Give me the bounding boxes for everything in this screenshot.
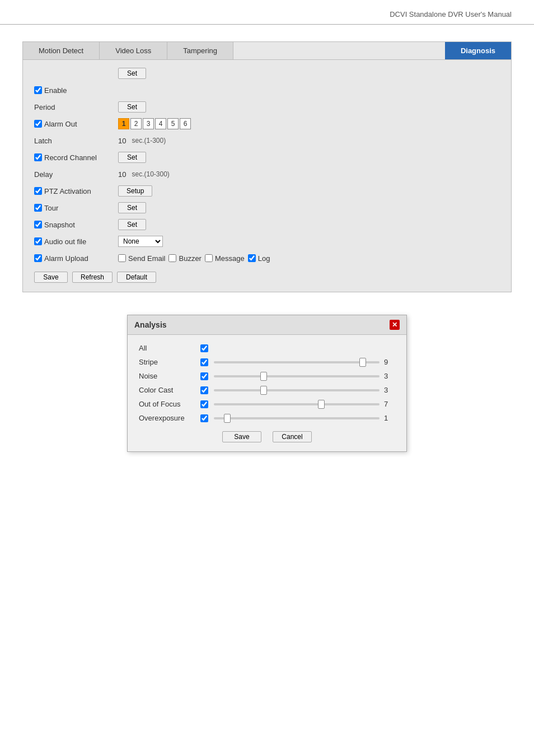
noise-checkbox[interactable] (200, 372, 208, 380)
enable-checkbox-label[interactable]: Enable (34, 86, 67, 95)
tab-bar: Motion Detect Video Loss Tampering Diagn… (23, 42, 511, 60)
noise-value: 3 (384, 372, 395, 380)
snapshot-label-col: Snapshot (34, 221, 118, 229)
snapshot-row: Snapshot Set (34, 218, 500, 231)
alarm-box-2[interactable]: 2 (130, 118, 142, 129)
dialog-title: Analysis (134, 320, 167, 329)
all-checkbox[interactable] (200, 344, 208, 352)
buzzer-checkbox[interactable] (168, 254, 176, 262)
stripe-slider-thumb[interactable] (359, 358, 366, 367)
ptz-checkbox[interactable] (34, 187, 42, 195)
noise-row: Noise 3 (139, 372, 395, 380)
stripe-checkbox[interactable] (200, 358, 208, 366)
enable-checkbox[interactable] (34, 86, 42, 94)
delay-label-col: Delay (34, 170, 118, 179)
noise-label: Noise (139, 372, 195, 380)
alarm-box-3[interactable]: 3 (143, 118, 154, 129)
noise-slider-thumb[interactable] (260, 372, 267, 381)
alarm-box-4[interactable]: 4 (155, 118, 166, 129)
message-checkbox[interactable] (205, 254, 213, 262)
send-email-label[interactable]: Send Email (118, 254, 165, 263)
tour-label-col: Tour (34, 204, 118, 212)
color-cast-value: 3 (384, 386, 395, 394)
tour-checkbox-label[interactable]: Tour (34, 204, 58, 212)
tab-diagnosis[interactable]: Diagnosis (445, 42, 511, 59)
overexposure-slider-thumb[interactable] (224, 414, 231, 423)
overexposure-slider-track (214, 417, 380, 419)
default-button[interactable]: Default (117, 272, 156, 283)
tour-checkbox[interactable] (34, 204, 42, 212)
audio-out-label-col: Audio out file (34, 237, 118, 246)
out-of-focus-slider-container: 7 (214, 400, 395, 408)
page-header: DCVI Standalone DVR User's Manual (0, 0, 534, 25)
color-cast-slider-thumb[interactable] (260, 386, 267, 395)
message-label[interactable]: Message (205, 254, 245, 263)
latch-row: Latch 10 sec.(1-300) (34, 134, 500, 147)
tab-tampering[interactable]: Tampering (167, 42, 233, 59)
refresh-button[interactable]: Refresh (72, 272, 113, 283)
page-title: DCVI Standalone DVR User's Manual (390, 10, 512, 18)
alarm-out-checkbox[interactable] (34, 120, 42, 128)
alarm-upload-checkbox-label[interactable]: Alarm Upload (34, 254, 88, 263)
color-cast-row: Color Cast 3 (139, 386, 395, 394)
snapshot-checkbox-label[interactable]: Snapshot (34, 221, 75, 229)
set-snapshot-button[interactable]: Set (118, 219, 146, 230)
dialog-title-bar: Analysis ✕ (128, 315, 406, 335)
delay-label: Delay (34, 170, 53, 179)
ptz-checkbox-label[interactable]: PTZ Activation (34, 187, 91, 195)
tour-row: Tour Set (34, 201, 500, 214)
overexposure-checkbox[interactable] (200, 414, 208, 422)
enable-label-col: Enable (34, 86, 118, 95)
all-label: All (139, 344, 195, 352)
color-cast-slider-track (214, 389, 380, 391)
set-period-button[interactable]: Set (118, 101, 146, 113)
tour-control-col: Set (118, 202, 146, 213)
color-cast-checkbox[interactable] (200, 386, 208, 394)
delay-unit: sec.(10-300) (132, 170, 169, 178)
record-channel-control-col: Set (118, 152, 146, 163)
alarm-out-label-col: Alarm Out (34, 120, 118, 128)
stripe-row: Stripe 9 (139, 358, 395, 366)
save-button[interactable]: Save (34, 272, 68, 283)
tab-video-loss[interactable]: Video Loss (100, 42, 167, 59)
audio-out-row: Audio out file None (34, 235, 500, 248)
latch-unit: sec.(1-300) (132, 137, 166, 144)
snapshot-control-col: Set (118, 219, 146, 230)
set-button[interactable]: Set (118, 68, 146, 79)
latch-label-col: Latch (34, 137, 118, 145)
tab-motion-detect[interactable]: Motion Detect (23, 42, 100, 59)
ptz-control-col: Setup (118, 185, 152, 197)
alarm-out-checkbox-label[interactable]: Alarm Out (34, 120, 77, 128)
setup-ptz-button[interactable]: Setup (118, 185, 152, 197)
noise-slider-container: 3 (214, 372, 395, 380)
dialog-save-button[interactable]: Save (222, 431, 261, 442)
stripe-slider-track (214, 361, 380, 363)
snapshot-checkbox[interactable] (34, 221, 42, 228)
alarm-box-6[interactable]: 6 (180, 118, 191, 129)
out-of-focus-checkbox[interactable] (200, 400, 208, 408)
send-email-checkbox[interactable] (118, 254, 126, 262)
enable-row: Enable (34, 83, 500, 97)
audio-out-checkbox[interactable] (34, 237, 42, 245)
audio-out-select[interactable]: None (118, 236, 163, 247)
out-of-focus-slider-thumb[interactable] (318, 400, 325, 409)
set-tour-button[interactable]: Set (118, 202, 146, 213)
alarm-upload-checkbox[interactable] (34, 254, 42, 262)
record-channel-checkbox[interactable] (34, 153, 42, 161)
record-channel-checkbox-label[interactable]: Record Channel (34, 153, 97, 162)
stripe-value: 9 (384, 358, 395, 366)
dialog-close-button[interactable]: ✕ (390, 320, 400, 330)
alarm-box-5[interactable]: 5 (167, 118, 179, 129)
analysis-dialog: Analysis ✕ All Stripe 9 (127, 315, 407, 452)
dialog-buttons: Save Cancel (139, 431, 395, 442)
buzzer-label[interactable]: Buzzer (168, 254, 201, 263)
period-label: Period (34, 103, 55, 111)
audio-out-checkbox-label[interactable]: Audio out file (34, 237, 86, 246)
alarm-box-1[interactable]: 1 (118, 118, 129, 129)
dialog-cancel-button[interactable]: Cancel (273, 431, 312, 442)
log-checkbox[interactable] (248, 254, 256, 262)
log-label[interactable]: Log (248, 254, 270, 263)
latch-control-col: 10 sec.(1-300) (118, 137, 166, 145)
set-record-button[interactable]: Set (118, 152, 146, 163)
audio-out-control-col: None (118, 236, 163, 247)
